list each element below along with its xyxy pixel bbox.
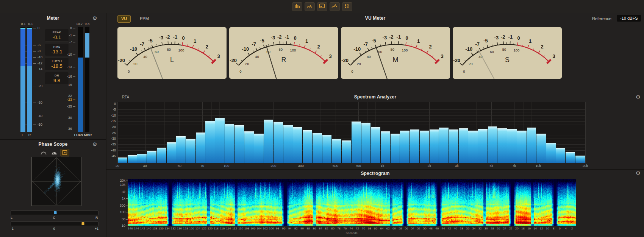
spectrum-y-label: -15 bbox=[105, 119, 116, 123]
meter-scale-label: -20 bbox=[38, 84, 42, 88]
spectrogram-time-label: 80 bbox=[331, 227, 335, 230]
phase-mode-gauge-button[interactable] bbox=[50, 149, 58, 156]
stat-rms-label: RMS bbox=[45, 45, 69, 48]
spectrogram-time-label: 38 bbox=[460, 227, 463, 230]
spectrogram-time-label: 114 bbox=[226, 227, 231, 230]
vu-meter-s: -20-10-7-5-3-2-10123020406080100S bbox=[453, 27, 562, 79]
channel-label-left: L bbox=[19, 133, 27, 137]
svg-text:-10: -10 bbox=[353, 46, 361, 52]
svg-text:-7: -7 bbox=[475, 41, 480, 47]
toolbar-spectrum-button[interactable] bbox=[330, 2, 340, 11]
meter-scale-label: -12 bbox=[38, 61, 42, 65]
spectrogram-time-label: 36 bbox=[466, 227, 469, 230]
svg-text:1: 1 bbox=[529, 38, 531, 44]
balance-label-center: C bbox=[0, 216, 108, 220]
svg-text:-20: -20 bbox=[230, 58, 237, 63]
vu-meter-m: -20-10-7-5-3-2-10123020406080100M bbox=[341, 27, 450, 79]
spectrogram-time-label: 88 bbox=[306, 227, 310, 230]
phase-settings-gear-icon[interactable]: ⚙ bbox=[92, 142, 97, 147]
spectrogram-time-label: 130 bbox=[177, 227, 182, 230]
spectrogram-time-label: 54 bbox=[411, 227, 414, 230]
goniometer-scatter bbox=[32, 157, 81, 206]
spectrogram-time-label: 116 bbox=[220, 227, 225, 230]
correlation-slider-handle[interactable] bbox=[81, 222, 84, 225]
svg-text:-2: -2 bbox=[166, 34, 170, 40]
spectrum-y-label: -35 bbox=[105, 142, 116, 146]
spectrum-bar bbox=[410, 129, 419, 163]
spectrogram-time-label: 124 bbox=[195, 227, 200, 230]
svg-text:0: 0 bbox=[182, 35, 185, 41]
spectrogram-time-label: 138 bbox=[152, 227, 157, 230]
toolbar-vu-meter-button[interactable] bbox=[305, 2, 315, 11]
spectrum-freq-label: 50 bbox=[178, 164, 181, 168]
svg-text:M: M bbox=[393, 56, 399, 64]
correlation-label-right: +1 bbox=[95, 227, 98, 231]
spectrogram-time-label: 16 bbox=[527, 227, 531, 230]
meter-scale-label: -6 bbox=[38, 43, 41, 47]
spectrum-bar bbox=[381, 131, 390, 163]
balance-slider[interactable] bbox=[11, 210, 98, 215]
lufs-scale-tick bbox=[73, 35, 75, 36]
svg-text:-3: -3 bbox=[383, 35, 387, 41]
spectrogram-time-label: 120 bbox=[208, 227, 213, 230]
spectrum-bar bbox=[254, 134, 264, 163]
spectrum-freq-label: 70 bbox=[200, 164, 204, 168]
balance-slider-handle[interactable] bbox=[54, 211, 57, 214]
spectrum-bar bbox=[147, 151, 156, 163]
spectrogram-freq-tick bbox=[126, 198, 128, 199]
phase-mode-arc-button[interactable] bbox=[39, 149, 48, 156]
spectrum-bar bbox=[215, 118, 225, 163]
spectrum-bar bbox=[478, 129, 488, 163]
level-meters-icon bbox=[294, 3, 300, 10]
spectrogram-time-label: 106 bbox=[250, 227, 255, 230]
spectrogram-time-label: 24 bbox=[503, 227, 506, 230]
svg-text:100: 100 bbox=[290, 48, 296, 52]
svg-text:40: 40 bbox=[143, 55, 147, 59]
spectrum-bar bbox=[313, 133, 322, 163]
svg-text:-5: -5 bbox=[483, 38, 488, 44]
toolbar-phase-scope-button[interactable] bbox=[317, 2, 327, 11]
spectrum-freq-label: 700 bbox=[355, 164, 361, 168]
meter-scale-tick bbox=[33, 116, 36, 116]
spectrogram-freq-label: 1k bbox=[115, 196, 125, 200]
lufs-scale-tick bbox=[73, 118, 75, 118]
meter-scale-label: -50 bbox=[38, 123, 42, 126]
balance-label-right: R bbox=[95, 216, 98, 220]
spectrogram-freq-label: 10k bbox=[115, 183, 125, 187]
svg-text:60: 60 bbox=[155, 50, 159, 54]
meter-settings-gear-icon[interactable]: ⚙ bbox=[92, 16, 97, 21]
spectrogram-time-label: 48 bbox=[429, 227, 433, 230]
reference-value[interactable]: -10 dBFS bbox=[617, 15, 641, 22]
correlation-slider[interactable] bbox=[11, 221, 98, 226]
svg-text:0: 0 bbox=[351, 69, 353, 73]
svg-text:-7: -7 bbox=[252, 41, 256, 47]
spectrogram-time-label: 60 bbox=[392, 227, 396, 230]
lufs-scale-label: -30 bbox=[60, 116, 72, 120]
spectrum-bar bbox=[225, 124, 234, 163]
svg-text:L: L bbox=[170, 56, 174, 64]
spectrogram-time-label: 108 bbox=[244, 227, 249, 230]
svg-text:-20: -20 bbox=[118, 58, 125, 63]
peak-hold-right: -0.1 bbox=[25, 22, 35, 26]
spectrum-icon bbox=[331, 3, 338, 10]
spectrogram-time-label: 64 bbox=[380, 227, 384, 230]
vu-meter-r: -20-10-7-5-3-2-10123020406080100R bbox=[229, 27, 338, 79]
svg-text:80: 80 bbox=[391, 47, 395, 51]
svg-text:100: 100 bbox=[514, 48, 520, 52]
spectrogram-freq-label: 3k bbox=[115, 190, 125, 194]
toolbar-level-meters-button[interactable] bbox=[292, 2, 302, 11]
toolbar-spectrogram-button[interactable] bbox=[342, 2, 352, 11]
spectrogram-time-label: 20 bbox=[515, 227, 519, 230]
spectrum-y-label: 0 bbox=[105, 102, 116, 106]
audio-analyzer-window: Meter ⚙ -0.1 -0.1 PEAK -0.1 RMS -13.1 LU… bbox=[0, 0, 644, 237]
spectrogram-settings-gear-icon[interactable]: ⚙ bbox=[636, 170, 641, 176]
lufs-dr-fill bbox=[85, 33, 89, 58]
spectrum-bar bbox=[468, 131, 478, 163]
spectrogram-time-label: 146 bbox=[128, 227, 133, 230]
spectrogram-time-label: 144 bbox=[134, 227, 139, 230]
meter-scale-tick bbox=[33, 63, 36, 64]
top-toolbar bbox=[0, 0, 644, 13]
phase-mode-scope-button[interactable] bbox=[61, 149, 69, 156]
spectrum-settings-gear-icon[interactable]: ⚙ bbox=[636, 94, 641, 100]
spectrum-freq-label: 20k bbox=[583, 164, 588, 168]
